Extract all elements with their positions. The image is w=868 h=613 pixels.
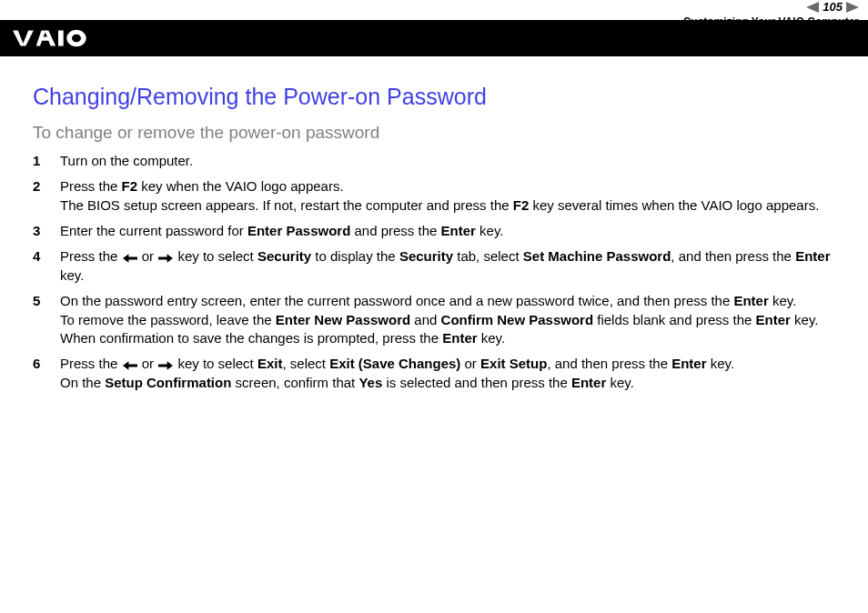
bold-text: Enter — [795, 248, 830, 264]
text: key to select — [174, 248, 257, 264]
bold-text: Enter — [756, 312, 791, 327]
bold-text: Exit Setup — [480, 356, 547, 371]
text: key to select — [174, 356, 257, 371]
page-nav: 105 — [683, 0, 859, 14]
text: or — [138, 248, 158, 264]
text: key. — [478, 330, 506, 346]
step-body: Press the F2 key when the VAIO logo appe… — [60, 177, 835, 215]
step-item: 6Press the or key to select Exit, select… — [33, 355, 835, 392]
step-item: 4Press the or key to select Security to … — [33, 247, 835, 285]
step-item: 3Enter the current password for Enter Pa… — [33, 222, 835, 240]
page-header-right: 105 Customizing Your VAIO Computer — [683, 0, 859, 28]
step-body: On the password entry screen, enter the … — [60, 292, 835, 347]
content-area: Changing/Removing the Power-on Password … — [0, 56, 868, 418]
text: Press the — [60, 356, 122, 371]
bold-text: Set Machine Password — [523, 248, 671, 264]
text: and — [410, 312, 440, 327]
step-body: Press the or key to select Exit, select … — [60, 355, 835, 392]
svg-rect-0 — [58, 30, 64, 45]
step-number: 1 — [33, 152, 60, 170]
text: On the password entry screen, enter the … — [60, 293, 733, 308]
text: key. — [769, 293, 797, 308]
text: and press the — [350, 223, 440, 238]
text: key several times when the VAIO logo app… — [529, 197, 819, 213]
arrow-left-icon — [123, 248, 137, 266]
steps-list: 1Turn on the computer.2Press the F2 key … — [33, 152, 835, 393]
arrow-left-icon — [123, 356, 137, 374]
section-subtitle: To change or remove the power-on passwor… — [33, 123, 835, 143]
arrow-right-icon — [158, 356, 173, 374]
step-body: Turn on the computer. — [60, 152, 835, 170]
text: The BIOS setup screen appears. If not, r… — [60, 197, 513, 213]
bold-text: Enter — [441, 223, 476, 238]
chapter-title: Customizing Your VAIO Computer — [683, 15, 859, 28]
text: , and then press the — [671, 248, 795, 264]
bold-text: F2 — [122, 178, 138, 194]
text: On the — [60, 375, 105, 390]
next-page-arrow-icon[interactable] — [846, 2, 859, 13]
text: , and then press the — [547, 356, 671, 371]
text: When confirmation to save the changes is… — [60, 330, 442, 346]
bold-text: Yes — [358, 375, 382, 390]
text: key. — [606, 375, 634, 390]
step-body: Enter the current password for Enter Pas… — [60, 222, 835, 240]
bold-text: Enter — [442, 330, 477, 346]
text: or — [138, 356, 158, 371]
text: key. — [707, 356, 735, 371]
bold-text: Setup Confirmation — [105, 375, 231, 390]
text: screen, confirm that — [231, 375, 358, 390]
step-item: 1Turn on the computer. — [33, 152, 835, 170]
page-title: Changing/Removing the Power-on Password — [33, 84, 835, 110]
text: key. — [476, 223, 504, 238]
text: Enter the current password for — [60, 223, 247, 238]
bold-text: Enter Password — [247, 223, 350, 238]
bold-text: Enter New Password — [276, 312, 410, 327]
step-number: 3 — [33, 222, 60, 240]
text: fields blank and press the — [593, 312, 755, 327]
bold-text: Enter — [671, 356, 706, 371]
step-body: Press the or key to select Security to d… — [60, 247, 835, 285]
bold-text: Exit (Save Changes) — [329, 356, 460, 371]
text: or — [460, 356, 480, 371]
text: To remove the password, leave the — [60, 312, 276, 327]
bold-text: Enter — [733, 293, 768, 308]
text: to display the — [311, 248, 399, 264]
text: Press the — [60, 248, 122, 264]
text: key. — [60, 267, 84, 283]
step-number: 4 — [33, 247, 60, 266]
bold-text: Enter — [571, 375, 606, 390]
arrow-right-icon — [158, 248, 173, 266]
step-number: 2 — [33, 177, 60, 196]
page-number: 105 — [822, 0, 843, 14]
step-item: 5On the password entry screen, enter the… — [33, 292, 835, 347]
vaio-logo-icon — [13, 29, 104, 47]
bold-text: Security — [257, 248, 311, 264]
bold-text: Security — [399, 248, 453, 264]
step-number: 6 — [33, 355, 60, 373]
step-number: 5 — [33, 292, 60, 310]
bold-text: Exit — [257, 356, 283, 371]
prev-page-arrow-icon[interactable] — [806, 2, 819, 13]
bold-text: F2 — [513, 197, 530, 213]
text: key when the VAIO logo appears. — [137, 178, 344, 194]
step-item: 2Press the F2 key when the VAIO logo app… — [33, 177, 835, 215]
text: Press the — [60, 178, 122, 194]
bold-text: Confirm New Password — [441, 312, 594, 327]
text: tab, select — [453, 248, 523, 264]
text: key. — [791, 312, 819, 327]
text: , select — [282, 356, 329, 371]
text: is selected and then press the — [382, 375, 571, 390]
